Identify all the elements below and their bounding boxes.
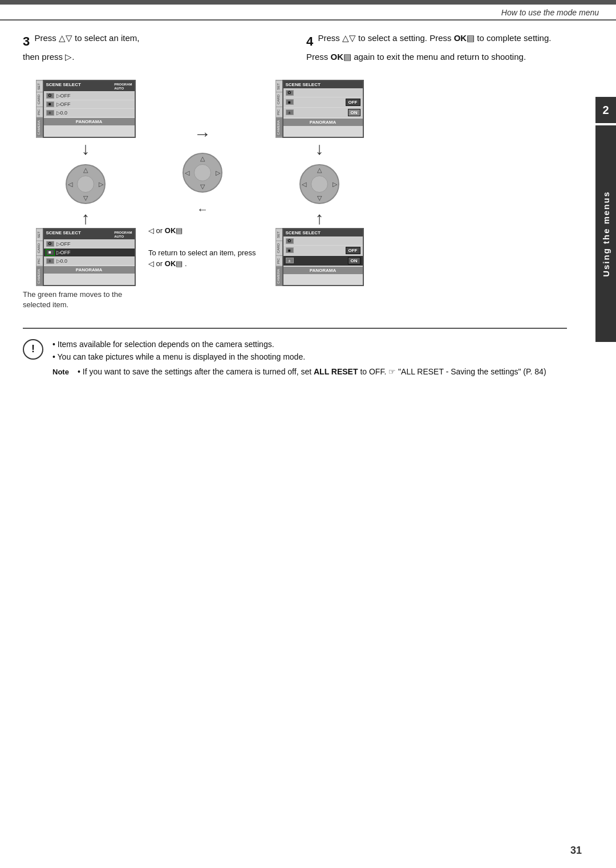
dpad-left-mid: ◁	[185, 169, 189, 176]
row-value-sq-top: ▷OFF	[56, 101, 71, 107]
arrow-up-1: ↑	[82, 209, 90, 228]
vtab-camera-active: CAMERA	[37, 117, 43, 137]
screen-row-tulip-bot: ✿ ▷OFF	[44, 240, 135, 248]
scene-select-label-top: SCENE SELECT	[46, 82, 81, 90]
screen-row-tulip-rb: ✿	[283, 237, 363, 245]
dpad-right-left: ▷	[99, 180, 103, 188]
dpad-left-left: ◁	[68, 180, 72, 188]
arrow-right-1: →	[194, 125, 211, 142]
btn-on-rt: ON	[348, 109, 360, 116]
dpad-right-right: ▷	[333, 180, 337, 188]
note-bullet-3: • If you want to save the settings after…	[78, 365, 546, 378]
step4-heading: 4 Press △▽ to select a setting. Press OK…	[306, 32, 567, 64]
vtab-set-bot: SET	[37, 229, 43, 241]
row-value-sq-bot: ▷OFF	[56, 250, 71, 255]
scene-select-rt: SCENE SELECT	[286, 82, 321, 87]
screen-vtabs-rb: SET CARD PIC CAMERA	[275, 228, 282, 286]
row-value-tulip-top: ▷OFF	[56, 93, 71, 99]
note-label: Note	[52, 368, 73, 376]
dpad-inner-left	[77, 176, 94, 193]
screen-vtabs-top: SET CARD PIC CAMERA	[36, 80, 43, 138]
screen-row-sq-top: ■ ▷OFF	[44, 100, 135, 108]
icon-tulip-rt: ✿	[286, 90, 294, 96]
step3-heading: 3 Press △▽ to select an item,then press …	[23, 32, 283, 64]
row-value-ev-top: ▷0.0	[56, 110, 68, 116]
camera-screen-rb: SCENE SELECT ✿ ■ OFF ± ON PANORAMA	[282, 228, 364, 286]
panorama-bar-top: PANORAMA	[44, 118, 135, 125]
dpad-note-text: ◁ or OK▤	[148, 226, 183, 235]
vtab-camera-bot: CAMERA	[37, 266, 43, 286]
dpad-left-right: ◁	[302, 180, 306, 188]
steps-row: 3 Press △▽ to select an item,then press …	[23, 32, 567, 68]
mid-caption: ◁ or OK▤ To return to select an item, pr…	[148, 225, 257, 270]
screen-row-ev-top: ± ▷0.0	[44, 109, 135, 117]
right-top-screen: SET CARD PIC CAMERA SCENE SELECT ✿ ■ OFF	[275, 80, 364, 138]
panorama-bar-rt: PANORAMA	[283, 119, 363, 126]
arrow-left-1: ←	[197, 203, 208, 216]
icon-sq-bot: ■	[46, 250, 54, 255]
btn-off-rb: OFF	[346, 247, 360, 254]
vtab-card-rb: CARD	[276, 241, 282, 255]
bottom-left-screen: SET CARD PIC CAMERA SCENE SELECT PROGRAM…	[36, 228, 136, 286]
vtab-cam-rt: CAMERA	[276, 117, 282, 137]
icon-ev-top: ±	[46, 110, 54, 116]
right-bot-screen: SET CARD PIC CAMERA SCENE SELECT ✿ ■ OFF	[275, 228, 364, 286]
row-value-tulip-bot: ▷OFF	[56, 241, 71, 247]
panorama-bar-bot-left: PANORAMA	[44, 266, 135, 274]
ok-label-2: OK	[331, 52, 344, 62]
vtab-pic-bot: PIC	[37, 255, 43, 266]
note-section: ! • Items available for selection depend…	[23, 328, 567, 378]
note-bullets: • Items available for selection depends …	[52, 338, 305, 364]
screen-row-ev-bot: ± ▷0.0	[44, 257, 135, 265]
screen-row-sq-bot-hi: ■ ▷OFF	[44, 248, 135, 256]
program-label-bot: PROGRAMAUTO	[114, 230, 132, 238]
panorama-bar-rb: PANORAMA	[283, 267, 363, 274]
caption-green-frame: The green frame moves to the selected it…	[23, 290, 148, 310]
arrow-down-1: ↓	[82, 140, 90, 157]
icon-ev-rb: ±	[286, 258, 294, 263]
left-diagram-section: SET CARD PIC CAMERA SCENE SELECT PROGRAM…	[23, 80, 148, 311]
icon-sq-top: ■	[46, 101, 54, 107]
icon-sq-rt: ■	[286, 99, 294, 105]
dpad-mid: △ ▽ ◁ ▷	[183, 153, 222, 193]
return-note-text: To return to select an item, press ◁ or …	[148, 248, 256, 268]
screen-row-sq-rt: ■ OFF	[283, 97, 363, 107]
camera-screen-bot-body: SCENE SELECT PROGRAMAUTO ✿ ▷OFF ■ ▷OFF ±…	[43, 228, 136, 286]
note-bullet-2: • You can take pictures while a menu is …	[52, 351, 305, 363]
screen-row-ev-rt: ± ON	[283, 108, 363, 117]
diagrams-area: SET CARD PIC CAMERA SCENE SELECT PROGRAM…	[23, 80, 567, 311]
right-diagram-section: SET CARD PIC CAMERA SCENE SELECT ✿ ■ OFF	[257, 80, 382, 287]
vtab-cam-rb: CAMERA	[276, 266, 282, 286]
screen-row-tulip-top: ✿ ▷OFF	[44, 92, 135, 100]
arrow-down-rt: ↓	[315, 140, 324, 157]
icon-tulip-top: ✿	[46, 93, 54, 99]
chapter-label: Using the menus	[595, 125, 616, 342]
note-bullet-1: • Items available for selection depends …	[52, 338, 305, 351]
vtab-set-rt: SET	[276, 80, 282, 92]
scene-select-rb: SCENE SELECT	[286, 230, 321, 235]
screen-row-sq-rb: ■ OFF	[283, 246, 363, 255]
chapter-number: 2	[595, 97, 616, 123]
vtab-pic-rt: PIC	[276, 107, 282, 117]
screen-vtabs-rt: SET CARD PIC CAMERA	[275, 80, 282, 138]
dpad-down-left: ▽	[83, 194, 88, 202]
step4-heading-block: 4 Press △▽ to select a setting. Press OK…	[306, 32, 567, 68]
dpad-left: △ ▽ ◁ ▷	[66, 164, 106, 204]
icon-ev-rt: ±	[286, 109, 294, 115]
vtab-card-rt: CARD	[276, 92, 282, 107]
screen-row-tulip-rt: ✿	[283, 89, 363, 97]
vtab-set: SET	[37, 80, 43, 92]
top-screen: SET CARD PIC CAMERA SCENE SELECT PROGRAM…	[36, 80, 136, 138]
btn-off-rt: OFF	[346, 99, 360, 106]
page-number: 31	[570, 845, 582, 857]
mid-diagram-section: → △ ▽ ◁ ▷ ← ◁ or OK▤ To return to select…	[148, 80, 257, 270]
dpad-inner-mid	[194, 164, 211, 181]
header-title-bar: How to use the mode menu	[0, 5, 616, 21]
step3-num: 3	[23, 34, 30, 48]
ok-note: OK	[165, 226, 176, 235]
dpad-right: △ ▽ ◁ ▷	[299, 164, 339, 204]
row-value-ev-bot: ▷0.0	[56, 258, 68, 264]
icon-ev-bot: ±	[46, 258, 54, 264]
header-title: How to use the mode menu	[501, 8, 599, 17]
note-icon: !	[23, 339, 43, 360]
